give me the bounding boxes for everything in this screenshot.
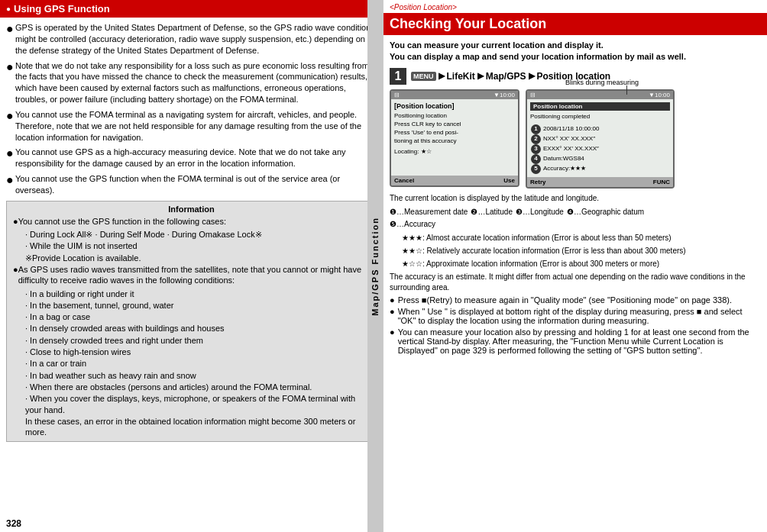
cancel-button[interactable]: Cancel: [394, 177, 414, 184]
retry-button[interactable]: Retry: [530, 179, 545, 185]
right-screen-battery: ⊟: [530, 92, 536, 98]
right-screen-datum-row: 4 Datum:WGS84: [530, 154, 670, 164]
right-screen-date-row: 1 2008/11/18 10:00:00: [530, 124, 670, 134]
note1: The accuracy is an estimate. It might di…: [390, 272, 761, 293]
left-screen-footer: Cancel Use: [391, 176, 518, 185]
left-title-text: Using GPS Function: [14, 3, 110, 15]
arrow-1: ▶: [439, 71, 445, 81]
left-panel: Using GPS Function ● GPS is operated by …: [0, 0, 384, 532]
right-screen-status: Positioning completed: [530, 112, 670, 121]
right-screen-accuracy: Accuracy:★★★: [543, 164, 586, 173]
info-sub2-11: In these cases, an error in the obtained…: [13, 416, 370, 438]
right-screen-header: ⊟ ▼10:00: [527, 91, 673, 99]
left-screen-header: ⊟ ▼10:00: [391, 91, 518, 99]
right-screen-date: 2008/11/18 10:00:00: [543, 124, 599, 134]
info-sub-2: · While the UIM is not inserted: [13, 240, 370, 251]
note3: When " Use " is displayed at bottom righ…: [398, 307, 761, 325]
accuracy-three-stars: ★★★: Almost accurate location informatio…: [402, 233, 761, 243]
info-sub2-5: · In densely crowded trees and right und…: [13, 335, 370, 346]
locating-bar: Locating: ★☆: [394, 148, 515, 155]
legend-desc: The current location is displayed by the…: [390, 193, 761, 204]
note4: You can measure your location also by pr…: [398, 327, 761, 355]
left-phone-screen: ⊟ ▼10:00 [Position location] Positioning…: [390, 89, 519, 187]
info-bullet-text-2: As GPS uses radio waves transmitted from…: [18, 264, 370, 286]
bullet-5: ● You cannot use the GPS function when t…: [6, 173, 377, 196]
note2-bullet: ● Press ■(Retry) to measure again in "Qu…: [390, 295, 761, 305]
right-screen-time: ▼10:00: [649, 92, 670, 98]
info-sub2-9: · When there are obstacles (persons and …: [13, 382, 370, 392]
use-button[interactable]: Use: [503, 177, 515, 184]
note4-dot: ●: [390, 327, 395, 355]
locating-stars: ★☆: [421, 148, 432, 155]
info-sub2-3: · In a bag or case: [13, 311, 370, 322]
page-number: 328: [6, 518, 21, 529]
info-sub2-4: · In densely crowded areas with building…: [13, 323, 370, 334]
info-sub2-10: · When you cover the displays, keys, mic…: [13, 393, 370, 415]
right-screen-nxx-row: 2 NXX° XX′ XX.XXX″: [530, 134, 670, 144]
intro-line1: You can measure your current location an…: [390, 40, 604, 50]
circled-4: 4: [531, 154, 541, 164]
bullet-text-4: You cannot use GPS as a high-accuracy me…: [15, 147, 377, 169]
bullet-text-1: GPS is operated by the United States Dep…: [15, 22, 377, 56]
right-content: You can measure your current location an…: [384, 37, 767, 532]
circled-1: 1: [531, 124, 541, 134]
left-content: ● GPS is operated by the United States D…: [0, 18, 383, 532]
legend-item4: ❹…Geographic datum: [567, 207, 644, 218]
right-screen-accuracy-row: 5 Accuracy:★★★: [530, 164, 670, 174]
left-screen-battery: ⊟: [394, 92, 400, 98]
right-title: Checking Your Location: [384, 13, 767, 35]
left-screen-line1: Positioning location: [394, 111, 515, 120]
arrow-2: ▶: [477, 71, 484, 81]
legend-item2: ❷…Latitude: [471, 207, 513, 218]
screenshots-area: Blinks during measuring ⊟ ▼10:00 [Positi…: [390, 89, 761, 189]
bullet-icon-5: ●: [6, 174, 15, 196]
menu-key: MENU: [411, 72, 436, 81]
locating-label: Locating:: [394, 148, 419, 155]
blink-line: [626, 85, 627, 95]
info-sub2-2: · In the basement, tunnel, ground, water: [13, 300, 370, 311]
circled-3: 3: [531, 144, 541, 154]
right-screen-body: Position location Positioning completed …: [527, 99, 673, 177]
right-screen-exx-row: 3 EXXX° XX′ XX.XXX″: [530, 144, 670, 154]
legend-item1: ❶…Measurement date: [390, 207, 468, 218]
step-number: 1: [390, 68, 406, 85]
left-screen-time: ▼10:00: [494, 92, 515, 98]
bullet-4: ● You cannot use GPS as a high-accuracy …: [6, 147, 377, 169]
bullet-icon-2: ●: [6, 61, 15, 105]
info-sub2-7: · In a car or train: [13, 358, 370, 369]
info-sub2-8: · In bad weather such as heavy rain and …: [13, 370, 370, 381]
legend-item5: ❺…Accuracy: [390, 219, 435, 230]
legend-item3: ❸…Longitude: [516, 207, 564, 218]
right-phone-screen: ⊟ ▼10:00 Position location Positioning c…: [526, 89, 675, 189]
info-box-title: Information: [13, 205, 370, 214]
left-screen-line4: tioning at this accuracy: [394, 137, 515, 145]
note4-bullet: ● You can measure your location also by …: [390, 327, 761, 355]
step-lifekit: LifeKit: [447, 71, 475, 82]
note3-dot: ●: [390, 307, 395, 325]
bullet-text-2: Note that we do not take any responsibil…: [15, 60, 377, 105]
sidebar-label-container: Map/GPS Function: [367, 0, 383, 532]
left-screen-line2: Press CLR key to cancel: [394, 120, 515, 128]
legend-row-2: ❺…Accuracy: [390, 219, 761, 230]
info-sub-3: ※Provide Location is available.: [13, 253, 370, 263]
bullet-text-3: You cannot use the FOMA terminal as a na…: [15, 109, 377, 143]
legend-row: ❶…Measurement date ❷…Latitude ❸…Longitud…: [390, 207, 761, 218]
note3-bullet: ● When " Use " is displayed at bottom ri…: [390, 307, 761, 325]
circled-2: 2: [531, 134, 541, 144]
bullet-icon-1: ●: [6, 23, 15, 56]
intro-line2: You can display a map and send your loca…: [390, 52, 686, 61]
bullet-icon-4: ●: [6, 147, 15, 169]
right-subtitle: <Position Location>: [384, 0, 767, 11]
sidebar-label: Map/GPS Function: [371, 217, 380, 316]
info-bullet-icon-1: ●: [13, 216, 18, 227]
blink-label: Blinks during measuring: [565, 79, 639, 86]
step-mapgps: Map/GPS: [486, 71, 526, 82]
bullet-3: ● You cannot use the FOMA terminal as a …: [6, 109, 377, 143]
func-button[interactable]: FUNC: [653, 179, 670, 185]
accuracy-two-stars: ★★☆: Relatively accurate location inform…: [402, 246, 761, 256]
accuracy-desc: ★★★: Almost accurate location informatio…: [390, 233, 761, 269]
note2-dot: ●: [390, 295, 395, 305]
note2: Press ■(Retry) to measure again in "Qual…: [398, 295, 732, 305]
right-panel: <Position Location> Checking Your Locati…: [384, 0, 767, 532]
left-screen-line3: Press 'Use' to end posi-: [394, 128, 515, 137]
